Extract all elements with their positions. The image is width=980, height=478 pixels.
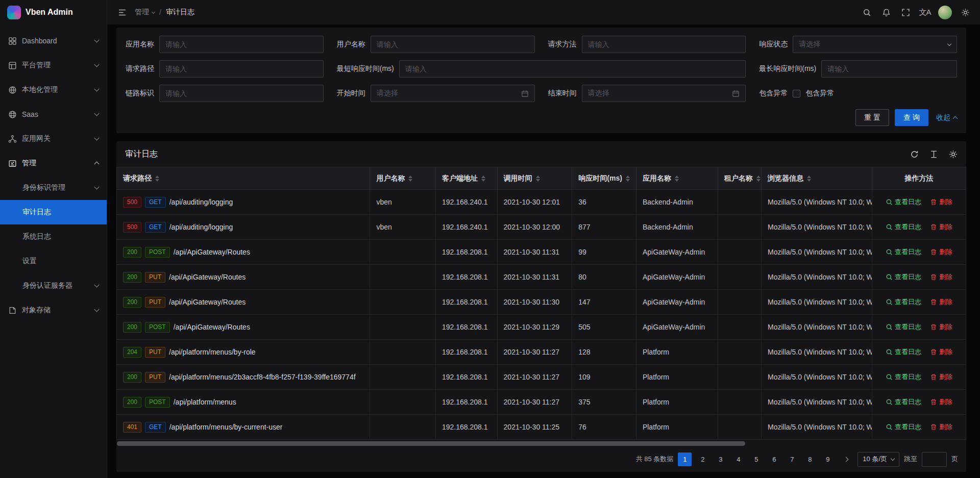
- page-button-8[interactable]: 8: [803, 452, 817, 466]
- include-exception-checkbox[interactable]: [793, 90, 800, 97]
- column-header-app[interactable]: 应用名称: [636, 167, 718, 190]
- sidebar-item-dashboard[interactable]: Dashboard: [0, 29, 107, 53]
- jump-page-input[interactable]: [922, 452, 947, 467]
- collapse-label: 收起: [936, 113, 950, 122]
- column-header-path[interactable]: 请求路径: [117, 167, 370, 190]
- view-log-button[interactable]: 查看日志: [886, 197, 921, 207]
- delete-label: 删除: [939, 347, 952, 357]
- sidebar-item-platform[interactable]: 平台管理: [0, 53, 107, 78]
- query-button[interactable]: 查 询: [895, 109, 928, 126]
- request-path-input[interactable]: [165, 65, 317, 73]
- sidebar-item-localization[interactable]: 本地化管理: [0, 78, 107, 102]
- sort-icon[interactable]: [408, 175, 412, 182]
- page-size-select[interactable]: 10 条/页: [857, 452, 899, 467]
- column-header-client[interactable]: 客户端地址: [436, 167, 498, 190]
- page-button-4[interactable]: 4: [731, 452, 745, 466]
- view-log-button[interactable]: 查看日志: [886, 347, 921, 357]
- user-avatar[interactable]: [938, 6, 952, 19]
- page-button-6[interactable]: 6: [767, 452, 781, 466]
- cell-text: 99: [578, 248, 586, 256]
- response-status-select[interactable]: 请选择: [793, 36, 957, 53]
- pagination: 共 85 条数据 123456789 10 条/页 跳至 页: [116, 448, 966, 470]
- notification-bell-icon[interactable]: [877, 0, 895, 24]
- view-log-button[interactable]: 查看日志: [886, 247, 921, 257]
- page-button-2[interactable]: 2: [696, 452, 709, 466]
- settings-gear-icon[interactable]: [957, 0, 974, 24]
- row-height-icon[interactable]: [929, 150, 938, 159]
- max-response-time-input-wrap: [821, 60, 957, 78]
- refresh-icon[interactable]: [910, 150, 919, 159]
- sort-icon[interactable]: [807, 175, 811, 182]
- column-settings-icon[interactable]: [949, 150, 958, 159]
- collapse-sidebar-icon[interactable]: [113, 0, 131, 24]
- min-response-time-input[interactable]: [405, 65, 740, 73]
- column-header-user[interactable]: 用户名称: [370, 167, 436, 190]
- column-header-tenant[interactable]: 租户名称: [718, 167, 762, 190]
- end-time-picker[interactable]: 请选择: [582, 85, 746, 102]
- sidebar-subitem-audit-log[interactable]: 审计日志: [0, 200, 107, 224]
- cell-text: 147: [578, 298, 590, 306]
- next-page-button[interactable]: [839, 452, 853, 466]
- view-log-button[interactable]: 查看日志: [886, 297, 921, 307]
- column-header-time[interactable]: 调用时间: [498, 167, 573, 190]
- sort-asc-icon: [756, 175, 761, 178]
- sort-desc-icon: [155, 179, 159, 182]
- delete-button[interactable]: 删除: [930, 372, 952, 382]
- user-name-input[interactable]: [377, 40, 529, 48]
- delete-button[interactable]: 删除: [930, 222, 952, 232]
- collapse-filters-link[interactable]: 收起: [936, 113, 957, 122]
- sort-icon[interactable]: [536, 175, 540, 182]
- sidebar-item-gateway[interactable]: 应用网关: [0, 127, 107, 151]
- view-log-label: 查看日志: [895, 297, 921, 307]
- reset-button[interactable]: 重 置: [855, 109, 889, 126]
- sort-icon[interactable]: [675, 175, 679, 182]
- view-log-button[interactable]: 查看日志: [886, 322, 921, 332]
- delete-button[interactable]: 删除: [930, 322, 952, 332]
- sort-icon[interactable]: [481, 175, 485, 182]
- view-log-button[interactable]: 查看日志: [886, 422, 921, 432]
- delete-button[interactable]: 删除: [930, 347, 952, 357]
- sort-icon[interactable]: [155, 175, 159, 182]
- app-name-input[interactable]: [165, 40, 317, 48]
- fullscreen-icon[interactable]: [897, 0, 914, 24]
- sidebar-subitem-auth-server[interactable]: 身份认证服务器: [0, 273, 107, 298]
- sidebar-subitem-system-log[interactable]: 系统日志: [0, 224, 107, 249]
- sort-icon[interactable]: [626, 175, 630, 182]
- view-log-button[interactable]: 查看日志: [886, 272, 921, 282]
- dashboard-icon: [8, 37, 17, 45]
- sidebar-item-saas[interactable]: Saas: [0, 102, 107, 127]
- breadcrumb-parent[interactable]: 管理: [135, 8, 155, 17]
- page-button-7[interactable]: 7: [785, 452, 799, 466]
- sidebar-item-manage[interactable]: 管理: [0, 151, 107, 175]
- trace-id-input[interactable]: [165, 89, 317, 97]
- page-button-9[interactable]: 9: [821, 452, 835, 466]
- request-method-input[interactable]: [588, 40, 740, 48]
- delete-button[interactable]: 删除: [930, 422, 952, 432]
- start-time-picker[interactable]: 请选择: [371, 85, 535, 102]
- view-log-button[interactable]: 查看日志: [886, 372, 921, 382]
- page-button-5[interactable]: 5: [749, 452, 763, 466]
- sort-icon[interactable]: [756, 175, 761, 182]
- column-header-duration[interactable]: 响应时间(ms): [572, 167, 636, 190]
- http-method-badge: POST: [145, 322, 170, 333]
- page-button-3[interactable]: 3: [714, 452, 727, 466]
- view-log-label: 查看日志: [895, 347, 921, 357]
- horizontal-scrollbar[interactable]: [117, 441, 966, 447]
- scrollbar-thumb[interactable]: [117, 441, 745, 446]
- delete-button[interactable]: 删除: [930, 197, 952, 207]
- sidebar-item-object-storage[interactable]: 对象存储: [0, 298, 107, 322]
- app-logo[interactable]: Vben Admin: [0, 0, 107, 24]
- delete-button[interactable]: 删除: [930, 272, 952, 282]
- view-log-button[interactable]: 查看日志: [886, 222, 921, 232]
- sidebar-subitem-identity[interactable]: 身份标识管理: [0, 175, 107, 200]
- sidebar-subitem-settings[interactable]: 设置: [0, 249, 107, 273]
- delete-button[interactable]: 删除: [930, 247, 952, 257]
- max-response-time-input[interactable]: [827, 65, 951, 73]
- column-header-browser[interactable]: 浏览器信息: [762, 167, 872, 190]
- translate-icon[interactable]: 文A: [916, 0, 934, 24]
- delete-button[interactable]: 删除: [930, 397, 952, 407]
- delete-button[interactable]: 删除: [930, 297, 952, 307]
- search-icon[interactable]: [858, 0, 875, 24]
- view-log-button[interactable]: 查看日志: [886, 397, 921, 407]
- page-button-1[interactable]: 1: [678, 452, 692, 466]
